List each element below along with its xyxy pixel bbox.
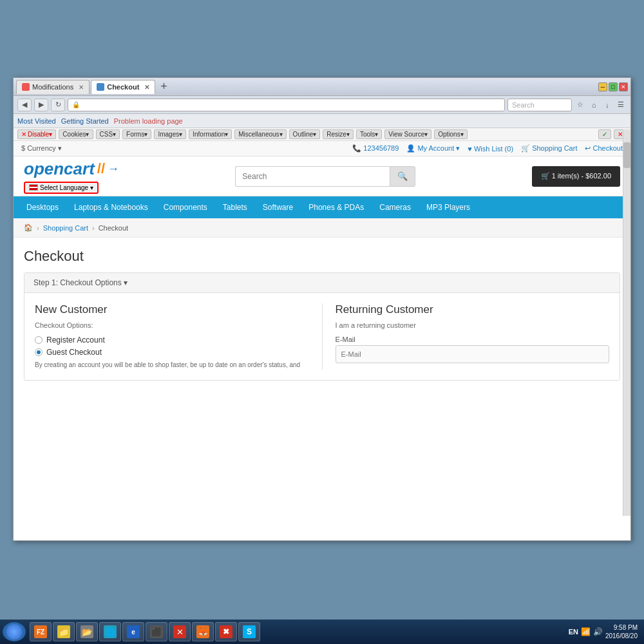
desktop: Modifications ✕ Checkout ✕ + ─ □ ✕ ◀ ▶ ↻… <box>0 0 644 644</box>
register-account-radio[interactable] <box>35 336 43 344</box>
select-language-button[interactable]: Select Language ▾ <box>24 182 99 194</box>
nav-item-software[interactable]: Software <box>255 196 301 218</box>
currency-selector[interactable]: $ Currency ▾ <box>21 144 62 153</box>
scrollbar-thumb[interactable] <box>623 142 630 168</box>
home-nav-icon[interactable]: ⌂ <box>588 99 600 111</box>
checkout-options-label: Checkout Options: <box>35 321 309 329</box>
nav-item-components[interactable]: Components <box>156 196 215 218</box>
breadcrumb-shopping-cart[interactable]: Shopping Cart <box>43 224 88 232</box>
dev-resize-btn[interactable]: Resize▾ <box>323 129 354 139</box>
breadcrumb-sep-2: › <box>92 224 95 232</box>
window-controls: ─ □ ✕ <box>598 82 628 91</box>
maximize-button[interactable]: □ <box>609 82 618 91</box>
browser-search-box[interactable]: Search <box>507 99 572 111</box>
dev-cookies-btn[interactable]: Cookies▾ <box>59 129 93 139</box>
dev-tools-btn[interactable]: Tools▾ <box>356 129 382 139</box>
dev-disable-btn[interactable]: ✕Disable▾ <box>17 129 56 139</box>
nav-item-phones[interactable]: Phones & PDAs <box>301 196 372 218</box>
start-button[interactable] <box>3 622 26 641</box>
bookmark-star-icon[interactable]: ☆ <box>574 99 586 111</box>
scrollbar[interactable] <box>623 129 630 516</box>
email-label: E-Mail <box>336 336 610 343</box>
website-content: $ Currency ▾ 📞 123456789 👤 My Account ▾ … <box>14 141 630 540</box>
select-language-label: Select Language <box>40 184 88 191</box>
ie-icon: e <box>127 625 140 638</box>
dev-information-btn[interactable]: Information▾ <box>189 129 232 139</box>
dev-viewsource-btn[interactable]: View Source▾ <box>384 129 431 139</box>
system-clock: 9:58 PM 2016/08/20 <box>605 623 638 640</box>
taskbar-firefox[interactable]: 🦊 <box>192 622 214 641</box>
guest-checkout-radio[interactable] <box>35 348 43 356</box>
new-customer-title: New Customer <box>35 303 309 316</box>
page-title: Checkout <box>24 248 620 265</box>
tab-checkout-label: Checkout <box>107 83 139 91</box>
checkout-top-link[interactable]: ↩ Checkout <box>585 144 623 153</box>
language-dropdown-icon: ▾ <box>90 184 93 191</box>
new-tab-button[interactable]: + <box>156 80 171 93</box>
taskbar-app2[interactable]: ✕ <box>169 622 191 641</box>
returning-customer-section: Returning Customer I am a returning cust… <box>322 303 610 370</box>
settings-icon[interactable]: ☰ <box>615 99 627 111</box>
register-account-option[interactable]: Register Account <box>35 336 309 345</box>
taskbar-folder1[interactable]: 📁 <box>53 622 75 641</box>
taskbar-app1[interactable]: ⬛ <box>146 622 167 641</box>
nav-item-cameras[interactable]: Cameras <box>372 196 419 218</box>
nav-item-tablets[interactable]: Tablets <box>215 196 255 218</box>
tab-modifications-close[interactable]: ✕ <box>79 84 84 91</box>
dev-images-btn[interactable]: Images▾ <box>154 129 186 139</box>
taskbar-skype[interactable]: S <box>238 622 260 641</box>
product-search-input[interactable] <box>235 166 390 187</box>
checkout-panel-body: New Customer Checkout Options: Register … <box>24 293 620 380</box>
taskbar-chrome[interactable]: 🌐 <box>99 622 121 641</box>
dev-outline-btn[interactable]: Outline▾ <box>289 129 321 139</box>
cart-button[interactable]: 🛒 1 item(s) - $602.00 <box>532 166 620 187</box>
dev-css-btn[interactable]: CSS▾ <box>96 129 120 139</box>
register-account-label: Register Account <box>46 336 105 345</box>
breadcrumb-home-icon[interactable]: 🏠 <box>24 223 33 232</box>
email-input[interactable] <box>336 345 610 363</box>
my-account-link[interactable]: 👤 My Account ▾ <box>406 144 460 153</box>
tray-volume-icon: 🔊 <box>593 627 603 636</box>
logo-area: opencart // → Select Language ▾ <box>24 159 119 194</box>
app3-icon: ✖ <box>220 625 232 638</box>
logo[interactable]: opencart // → <box>24 159 119 179</box>
product-search-button[interactable]: 🔍 <box>390 166 415 187</box>
new-customer-section: New Customer Checkout Options: Register … <box>35 303 322 370</box>
forward-button[interactable]: ▶ <box>34 99 48 111</box>
guest-checkout-option[interactable]: Guest Checkout <box>35 348 309 357</box>
taskbar-filezilla[interactable]: FZ <box>30 622 52 641</box>
download-icon[interactable]: ↓ <box>601 99 613 111</box>
tab-checkout-close[interactable]: ✕ <box>144 84 149 91</box>
dev-forms-btn[interactable]: Forms▾ <box>122 129 151 139</box>
bookmark-problem-loading[interactable]: Problem loading page <box>114 117 183 125</box>
nav-bar: ◀ ▶ ↻ 🔒 Search ☆ ⌂ ↓ ☰ <box>14 96 630 114</box>
browser-window: Modifications ✕ Checkout ✕ + ─ □ ✕ ◀ ▶ ↻… <box>13 77 631 541</box>
back-button[interactable]: ◀ <box>17 99 32 111</box>
dev-options-btn[interactable]: Options▾ <box>434 129 467 139</box>
minimize-button[interactable]: ─ <box>598 82 607 91</box>
checkout-panel-header[interactable]: Step 1: Checkout Options ▾ <box>24 273 620 293</box>
taskbar-folder2[interactable]: 📂 <box>76 622 98 641</box>
taskbar-app3[interactable]: ✖ <box>215 622 237 641</box>
reload-button[interactable]: ↻ <box>51 99 65 111</box>
close-button[interactable]: ✕ <box>619 82 628 91</box>
dev-miscellaneous-btn[interactable]: Miscellaneous▾ <box>234 129 286 139</box>
nav-item-mp3[interactable]: MP3 Players <box>419 196 478 218</box>
logo-cart-icon: // <box>97 160 105 177</box>
tab-modifications[interactable]: Modifications ✕ <box>16 80 90 94</box>
shopping-cart-link[interactable]: 🛒 Shopping Cart <box>521 144 577 153</box>
bookmark-most-visited[interactable]: Most Visited <box>17 117 56 125</box>
wish-list-link[interactable]: ♥ Wish List (0) <box>468 145 513 153</box>
nav-item-desktops[interactable]: Desktops <box>19 196 66 218</box>
folder2-icon: 📂 <box>80 625 93 638</box>
address-bar[interactable]: 🔒 <box>68 99 505 111</box>
tab-checkout[interactable]: Checkout ✕ <box>91 80 155 94</box>
taskbar-ie[interactable]: e <box>122 622 144 641</box>
system-tray: EN 📶 🔊 9:58 PM 2016/08/20 <box>565 623 641 640</box>
tab-modifications-icon <box>22 83 30 91</box>
bookmark-getting-started[interactable]: Getting Started <box>61 117 109 125</box>
dev-ok-btn[interactable]: ✓ <box>598 129 611 139</box>
nav-item-laptops[interactable]: Laptops & Notebooks <box>66 196 156 218</box>
chrome-icon: 🌐 <box>104 625 117 638</box>
returning-customer-subtitle: I am a returning customer <box>336 321 610 329</box>
